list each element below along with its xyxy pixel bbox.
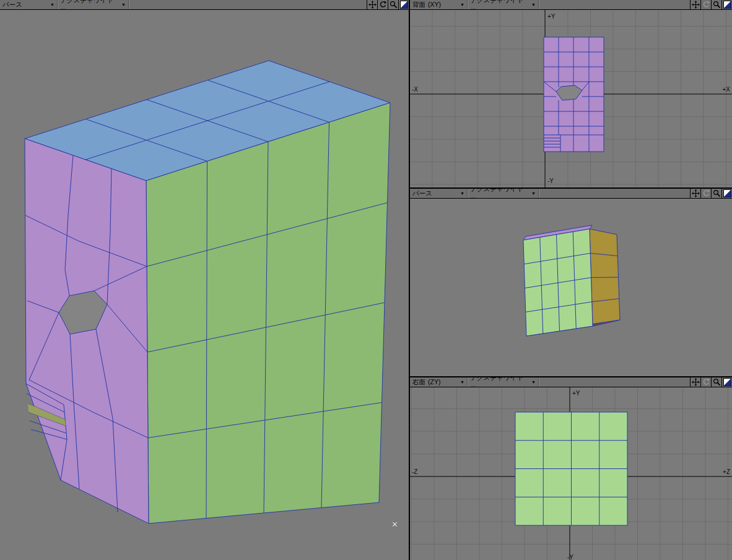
axis-label-right: +X xyxy=(722,86,730,93)
view-mode-dropdown[interactable]: 背面 (XY) ▼ xyxy=(410,0,468,9)
move-icon xyxy=(692,189,700,197)
view-axis-suffix: (XY) xyxy=(428,0,441,9)
header-spacer xyxy=(539,377,690,387)
box-mesh-large xyxy=(0,10,409,560)
header-spacer xyxy=(539,189,690,198)
viewport-header: パース ▼ テクスチャワイヤー ▼ xyxy=(410,189,732,199)
axis-label-left: -Z xyxy=(412,468,417,475)
rotate-icon xyxy=(702,189,710,197)
box-front-face xyxy=(25,139,149,523)
move-icon xyxy=(692,378,700,386)
axis-label-left: -X xyxy=(412,86,418,93)
axis-label-bottom: -Y xyxy=(547,178,554,184)
box-mesh-small xyxy=(410,199,732,376)
axis-label-bottom: -Y xyxy=(567,554,573,560)
rotate-icon xyxy=(379,1,387,9)
axis-label-right: +Z xyxy=(723,468,730,475)
axis-label-top: +Y xyxy=(572,390,580,397)
viewport-back: 背面 (XY) ▼ テクスチャワイヤー ▼ xyxy=(410,0,732,187)
maximize-icon xyxy=(723,1,731,9)
header-spacer xyxy=(539,0,690,9)
perspective-sub-canvas[interactable] xyxy=(410,199,732,376)
modeler-window: パース ▼ テクスチャワイヤー ▼ xyxy=(0,0,732,560)
zoom-button[interactable] xyxy=(711,377,721,387)
maximize-icon xyxy=(723,378,731,386)
maximize-icon xyxy=(400,1,408,9)
box-front-face xyxy=(523,229,593,336)
rotate-button xyxy=(700,0,711,9)
chevron-down-icon: ▼ xyxy=(50,0,54,9)
move-icon xyxy=(692,1,700,9)
magnifier-icon xyxy=(390,1,398,9)
right-view-canvas[interactable]: +Y -Z +Z -Y xyxy=(410,387,732,560)
view-mode-label: 右面 xyxy=(412,377,425,387)
rotate-button xyxy=(700,189,711,198)
viewport-right: 右面 (ZY) ▼ テクスチャワイヤー ▼ xyxy=(410,377,732,560)
pan-button[interactable] xyxy=(690,189,700,198)
back-view-canvas[interactable]: +Y -X +X -Y xyxy=(410,10,732,187)
maximize-button[interactable] xyxy=(721,377,732,387)
display-mode-dropdown[interactable]: テクスチャワイヤー ▼ xyxy=(468,189,539,198)
mesh-back-projection xyxy=(544,37,604,152)
maximize-button[interactable] xyxy=(721,189,732,198)
view-mode-label: パース xyxy=(2,0,22,9)
maximize-icon xyxy=(723,189,731,197)
zoom-button[interactable] xyxy=(711,0,721,9)
rotate-icon xyxy=(702,1,710,9)
right-viewport-column: 背面 (XY) ▼ テクスチャワイヤー ▼ xyxy=(410,0,732,560)
pan-button[interactable] xyxy=(690,377,700,387)
pan-button[interactable] xyxy=(367,0,377,9)
pan-button[interactable] xyxy=(690,0,700,9)
rotate-button[interactable] xyxy=(377,0,388,9)
viewport-header: 背面 (XY) ▼ テクスチャワイヤー ▼ xyxy=(410,0,732,10)
mesh-right-projection xyxy=(515,412,627,525)
magnifier-icon xyxy=(713,189,721,197)
view-mode-label: 背面 xyxy=(412,0,425,9)
chevron-down-icon: ▼ xyxy=(531,377,536,387)
viewport-header: パース ▼ テクスチャワイヤー ▼ xyxy=(0,0,409,10)
view-mode-dropdown[interactable]: パース ▼ xyxy=(0,0,58,9)
view-mode-label: パース xyxy=(412,189,432,198)
chevron-down-icon: ▼ xyxy=(531,189,536,198)
viewport-perspective-main: パース ▼ テクスチャワイヤー ▼ xyxy=(0,0,409,560)
maximize-button[interactable] xyxy=(398,0,409,9)
move-icon xyxy=(368,1,377,9)
chevron-down-icon: ▼ xyxy=(460,377,464,387)
header-spacer xyxy=(129,0,367,9)
back-view-graphic: +Y -X +X -Y xyxy=(410,10,732,187)
view-mode-dropdown[interactable]: パース ▼ xyxy=(410,189,468,198)
display-mode-dropdown[interactable]: テクスチャワイヤー ▼ xyxy=(58,0,129,9)
box-side-face xyxy=(590,229,620,326)
chevron-down-icon: ▼ xyxy=(460,189,464,198)
zoom-button[interactable] xyxy=(388,0,398,9)
display-mode-dropdown[interactable]: テクスチャワイヤー ▼ xyxy=(468,377,539,387)
rotate-icon xyxy=(702,378,710,386)
view-axis-suffix: (ZY) xyxy=(428,377,440,387)
magnifier-icon xyxy=(713,378,721,386)
display-mode-dropdown[interactable]: テクスチャワイヤー ▼ xyxy=(468,0,539,9)
rotate-button xyxy=(700,377,711,387)
chevron-down-icon: ▼ xyxy=(460,0,464,9)
view-mode-dropdown[interactable]: 右面 (ZY) ▼ xyxy=(410,377,468,387)
magnifier-icon xyxy=(713,1,721,9)
chevron-down-icon: ▼ xyxy=(121,0,126,9)
chevron-down-icon: ▼ xyxy=(531,0,536,9)
viewport-header: 右面 (ZY) ▼ テクスチャワイヤー ▼ xyxy=(410,377,732,387)
maximize-button[interactable] xyxy=(721,0,732,9)
axis-label-top: +Y xyxy=(547,13,556,20)
zoom-button[interactable] xyxy=(711,189,721,198)
right-view-graphic: +Y -Z +Z -Y xyxy=(410,387,732,560)
perspective-main-canvas[interactable]: ✕ xyxy=(0,10,409,560)
viewport-perspective-sub: パース ▼ テクスチャワイヤー ▼ xyxy=(410,189,732,376)
